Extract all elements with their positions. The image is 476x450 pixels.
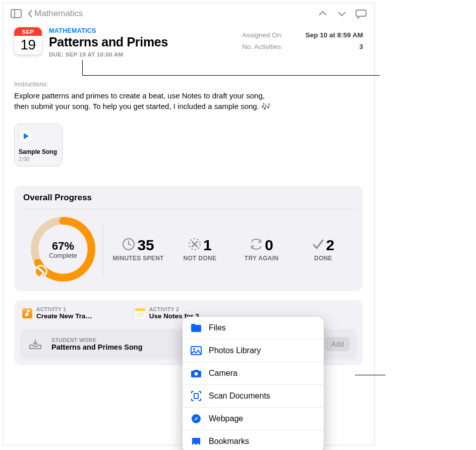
inbox-download-icon (27, 336, 43, 352)
callout-line (82, 75, 380, 76)
menu-item-camera[interactable]: Camera (183, 362, 324, 384)
stat-not-done: 1 NOT DONE (169, 237, 230, 262)
back-label: Mathematics (34, 9, 83, 19)
student-work-name: Patterns and Primes Song (51, 343, 143, 351)
check-icon (312, 239, 324, 252)
calendar-day: 19 (14, 36, 42, 54)
activity-overline: ACTIVITY 2 (149, 306, 206, 312)
stat-minutes-spent: 35 MINUTES SPENT (107, 237, 169, 262)
stat-label: DONE (292, 255, 354, 262)
overall-progress-title: Overall Progress (23, 193, 354, 203)
menu-item-webpage[interactable]: Webpage (183, 407, 324, 430)
folder-icon (191, 322, 202, 333)
photos-icon (191, 345, 202, 356)
scan-icon (191, 390, 202, 402)
menu-label: Bookmarks (209, 437, 249, 446)
not-done-icon (188, 238, 201, 253)
assignment-title: Patterns and Primes (49, 35, 215, 49)
garageband-icon (22, 308, 32, 318)
calendar-month: SEP (14, 27, 42, 36)
svg-marker-2 (24, 133, 29, 139)
completion-label: Complete (49, 252, 77, 259)
stat-label: TRY AGAIN (231, 255, 292, 262)
sidebar-toggle-icon[interactable] (8, 6, 24, 22)
stat-value: 1 (203, 237, 212, 254)
completion-gauge: 67% Complete (30, 216, 96, 282)
attachment-sample-song[interactable]: Sample Song 2:00 (14, 124, 63, 166)
safari-icon (191, 413, 202, 424)
menu-item-photos[interactable]: Photos Library (183, 339, 324, 362)
nav-down-icon[interactable] (334, 6, 350, 22)
assigned-value: Sep 10 at 8:59 AM (306, 31, 363, 39)
stat-done: 2 DONE (292, 237, 354, 262)
attachment-duration: 2:00 (19, 156, 58, 162)
stat-value: 35 (137, 237, 154, 254)
menu-label: Scan Documents (209, 391, 270, 401)
instructions-label: Instructions: (14, 81, 363, 88)
attachment-title: Sample Song (19, 148, 58, 155)
camera-icon (191, 368, 202, 379)
callout-line (82, 60, 83, 75)
toolbar: Mathematics (3, 3, 374, 24)
menu-item-scan[interactable]: Scan Documents (183, 384, 324, 407)
completion-percent: 67% (52, 240, 74, 253)
callout-line (355, 375, 385, 375)
bookmark-icon (191, 436, 202, 447)
comments-icon[interactable] (353, 6, 369, 22)
menu-label: Files (209, 323, 226, 332)
activities-label: No. Activities: (242, 43, 283, 50)
instructions-text: Explore patterns and primes to create a … (14, 91, 271, 111)
play-icon[interactable] (19, 129, 33, 143)
activity-name: Create New Tra… (36, 312, 92, 320)
menu-label: Camera (209, 369, 237, 378)
menu-label: Webpage (209, 414, 243, 423)
overall-progress-card: Overall Progress 67% Complete (14, 186, 363, 291)
calendar-badge: SEP 19 (14, 27, 42, 54)
svg-point-16 (193, 348, 195, 350)
activity-overline: ACTIVITY 1 (36, 306, 92, 312)
menu-label: Photos Library (209, 346, 261, 355)
svg-point-17 (195, 372, 198, 376)
menu-item-bookmarks[interactable]: Bookmarks (183, 430, 324, 450)
back-button[interactable]: Mathematics (27, 9, 83, 19)
checkmark-badge-icon (34, 265, 47, 278)
due-line: DUE: SEP 19 AT 10:00 AM (49, 51, 215, 58)
student-work-overline: STUDENT WORK (51, 337, 143, 343)
subject-crumb: MATHEMATICS (49, 27, 215, 34)
add-button[interactable]: Add (325, 337, 350, 351)
stat-value: 0 (265, 237, 273, 254)
stat-label: NOT DONE (169, 255, 230, 262)
assignment-meta: Assigned On: Sep 10 at 8:59 AM No. Activ… (242, 29, 363, 52)
svg-rect-9 (135, 308, 145, 311)
assignment-header: SEP 19 MATHEMATICS Patterns and Primes D… (3, 24, 374, 60)
add-source-popover: Files Photos Library Camera Scan Documen… (183, 317, 324, 450)
clock-icon (122, 238, 135, 253)
nav-up-icon[interactable] (315, 6, 331, 22)
assigned-label: Assigned On: (242, 31, 283, 39)
notes-icon (135, 308, 145, 318)
stat-try-again: 0 TRY AGAIN (231, 237, 292, 262)
svg-rect-18 (194, 393, 198, 399)
activity-item-1[interactable]: ACTIVITY 1 Create New Tra… (20, 306, 132, 320)
menu-item-files[interactable]: Files (183, 317, 324, 339)
stat-label: MINUTES SPENT (107, 255, 169, 262)
stat-value: 2 (326, 237, 335, 254)
refresh-icon (250, 239, 263, 252)
activities-value: 3 (359, 43, 363, 50)
svg-rect-0 (11, 10, 21, 18)
